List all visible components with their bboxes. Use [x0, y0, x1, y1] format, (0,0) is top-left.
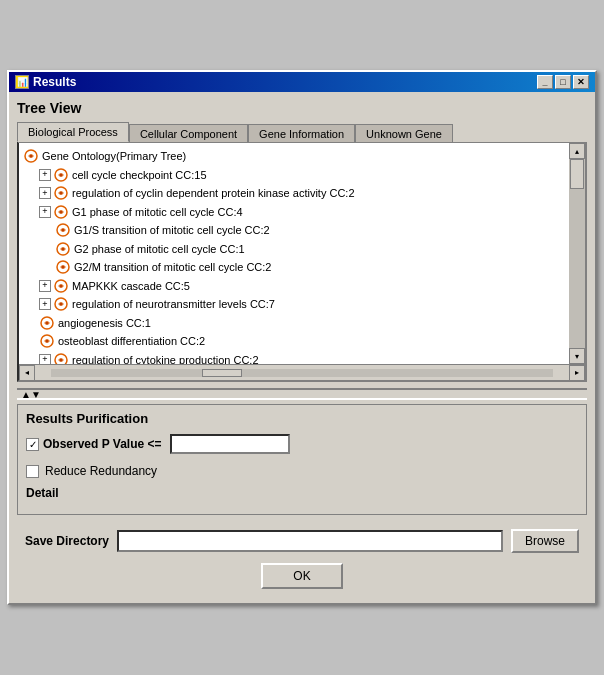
- save-directory-input[interactable]: [117, 530, 503, 552]
- bio-icon: [39, 315, 55, 331]
- bio-icon: [55, 222, 71, 238]
- v-scroll-track[interactable]: [569, 159, 585, 348]
- bottom-section: Save Directory Browse OK: [17, 523, 587, 595]
- reduce-redundancy-row: Reduce Redundancy: [26, 464, 578, 478]
- list-item[interactable]: osteoblast differentiation CC:2: [21, 332, 567, 351]
- list-item[interactable]: + cell cycle checkpoint CC:15: [21, 166, 567, 185]
- title-bar-left: 📊 Results: [15, 75, 76, 89]
- tree-item-text: angiogenesis CC:1: [58, 315, 151, 332]
- list-item[interactable]: G1/S transition of mitotic cell cycle CC…: [21, 221, 567, 240]
- tab-unknown-gene[interactable]: Unknown Gene: [355, 124, 453, 144]
- close-button[interactable]: ✕: [573, 75, 589, 89]
- tab-gene-information[interactable]: Gene Information: [248, 124, 355, 144]
- results-purification-section: Results Purification Observed P Value <=…: [17, 404, 587, 515]
- observed-p-value-label: Observed P Value <=: [26, 437, 162, 451]
- bio-icon: [53, 167, 69, 183]
- divider: ▲▼: [17, 388, 587, 400]
- svg-point-5: [60, 192, 63, 195]
- observed-p-value-input[interactable]: [170, 434, 290, 454]
- tab-biological-process[interactable]: Biological Process: [17, 122, 129, 142]
- scroll-up-arrow[interactable]: ▴: [569, 143, 585, 159]
- tree-item-text: MAPKKK cascade CC:5: [72, 278, 190, 295]
- svg-point-11: [62, 247, 65, 250]
- bio-icon: [55, 259, 71, 275]
- tree-content[interactable]: Gene Ontology(Primary Tree) +: [19, 143, 585, 364]
- list-item[interactable]: G2/M transition of mitotic cell cycle CC…: [21, 258, 567, 277]
- list-item[interactable]: angiogenesis CC:1: [21, 314, 567, 333]
- bio-icon: [53, 204, 69, 220]
- expand-icon[interactable]: +: [39, 206, 51, 218]
- window-icon: 📊: [15, 75, 29, 89]
- detail-label: Detail: [26, 486, 59, 500]
- tree-item-text: G2/M transition of mitotic cell cycle CC…: [74, 259, 271, 276]
- svg-point-1: [30, 155, 33, 158]
- divider-arrows: ▲▼: [21, 389, 41, 400]
- expand-icon[interactable]: +: [39, 187, 51, 199]
- ok-row: OK: [25, 563, 579, 589]
- expand-icon[interactable]: +: [39, 169, 51, 181]
- svg-point-19: [46, 321, 49, 324]
- results-purification-title: Results Purification: [26, 411, 578, 426]
- svg-point-17: [60, 303, 63, 306]
- h-scroll-track[interactable]: [51, 369, 553, 377]
- tree-scroll-area: Gene Ontology(Primary Tree) +: [19, 143, 585, 380]
- svg-point-3: [60, 173, 63, 176]
- minimize-button[interactable]: _: [537, 75, 553, 89]
- tree-item-text: regulation of cytokine production CC:2: [72, 352, 259, 365]
- tab-cellular-component[interactable]: Cellular Component: [129, 124, 248, 144]
- list-item[interactable]: Gene Ontology(Primary Tree): [21, 147, 567, 166]
- vertical-scrollbar[interactable]: ▴ ▾: [569, 143, 585, 364]
- save-directory-row: Save Directory Browse: [25, 529, 579, 553]
- horizontal-scrollbar[interactable]: ◂ ▸: [19, 364, 585, 380]
- detail-row: Detail: [26, 486, 578, 500]
- window-title: Results: [33, 75, 76, 89]
- svg-point-7: [60, 210, 63, 213]
- scroll-right-arrow[interactable]: ▸: [569, 365, 585, 381]
- observed-p-label-text: Observed P Value <=: [43, 437, 162, 451]
- maximize-button[interactable]: □: [555, 75, 571, 89]
- tree-item-text: osteoblast differentiation CC:2: [58, 333, 205, 350]
- reduce-redundancy-checkbox[interactable]: [26, 465, 39, 478]
- expand-icon[interactable]: +: [39, 354, 51, 364]
- tree-item-text: regulation of neurotransmitter levels CC…: [72, 296, 275, 313]
- bio-icon: [39, 333, 55, 349]
- list-item[interactable]: G2 phase of mitotic cell cycle CC:1: [21, 240, 567, 259]
- window-body: Tree View Biological Process Cellular Co…: [9, 92, 595, 603]
- tabs-container: Biological Process Cellular Component Ge…: [17, 122, 587, 142]
- expand-icon[interactable]: +: [39, 298, 51, 310]
- list-item[interactable]: + regulation of neurotransmitter levels …: [21, 295, 567, 314]
- tree-view-title: Tree View: [17, 100, 587, 116]
- observed-p-checkbox[interactable]: [26, 438, 39, 451]
- bio-icon: [53, 296, 69, 312]
- h-scroll-thumb[interactable]: [202, 369, 242, 377]
- bio-icon: [53, 352, 69, 364]
- bio-icon: [53, 278, 69, 294]
- scroll-down-arrow[interactable]: ▾: [569, 348, 585, 364]
- scroll-left-arrow[interactable]: ◂: [19, 365, 35, 381]
- reduce-redundancy-label: Reduce Redundancy: [45, 464, 157, 478]
- tree-item-text: G2 phase of mitotic cell cycle CC:1: [74, 241, 245, 258]
- bio-icon: [55, 241, 71, 257]
- browse-button[interactable]: Browse: [511, 529, 579, 553]
- svg-point-15: [60, 284, 63, 287]
- tree-item-text: cell cycle checkpoint CC:15: [72, 167, 207, 184]
- ok-button[interactable]: OK: [261, 563, 342, 589]
- tree-item-text: G1 phase of mitotic cell cycle CC:4: [72, 204, 243, 221]
- expand-icon[interactable]: +: [39, 280, 51, 292]
- svg-point-9: [62, 229, 65, 232]
- title-buttons: _ □ ✕: [537, 75, 589, 89]
- list-item[interactable]: + MAPKKK cascade CC:5: [21, 277, 567, 296]
- p-value-row: Observed P Value <=: [26, 434, 578, 454]
- list-item[interactable]: + regulation of cyclin dependent protein…: [21, 184, 567, 203]
- list-item[interactable]: + G1 phase of mitotic cell cycle CC:4: [21, 203, 567, 222]
- tree-item-text: G1/S transition of mitotic cell cycle CC…: [74, 222, 270, 239]
- title-bar: 📊 Results _ □ ✕: [9, 72, 595, 92]
- list-item[interactable]: + regulation of cytokine production CC:2: [21, 351, 567, 365]
- svg-point-23: [60, 358, 63, 361]
- save-directory-label: Save Directory: [25, 534, 109, 548]
- results-window: 📊 Results _ □ ✕ Tree View Biological Pro…: [7, 70, 597, 605]
- tree-item-text: Gene Ontology(Primary Tree): [42, 148, 186, 165]
- bio-icon: [53, 185, 69, 201]
- svg-point-13: [62, 266, 65, 269]
- v-scroll-thumb[interactable]: [570, 159, 584, 189]
